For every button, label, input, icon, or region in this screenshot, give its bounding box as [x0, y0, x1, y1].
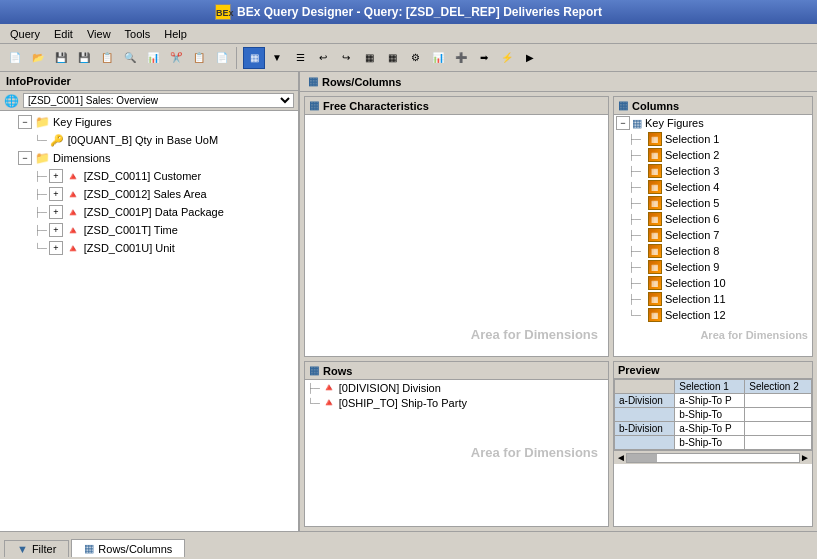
expand-unit[interactable]: +	[49, 241, 63, 255]
btn8[interactable]: ✂️	[165, 47, 187, 69]
rows-header: ▦ Rows	[305, 362, 608, 380]
tl3: ├─	[34, 189, 47, 199]
preview-header: Preview	[614, 362, 812, 379]
btn21[interactable]: ➡	[473, 47, 495, 69]
btn15[interactable]: ↪	[335, 47, 357, 69]
tree-dim-datapackage[interactable]: ├─ + 🔺 [ZSD_C001P] Data Package	[0, 203, 298, 221]
tl6: └─	[34, 243, 47, 253]
tree-dim-salesarea[interactable]: ├─ + 🔺 [ZSD_C0012] Sales Area	[0, 185, 298, 203]
sel-line-1: ├─	[628, 134, 648, 144]
tree-dim-unit[interactable]: └─ + 🔺 [ZSD_C001U] Unit	[0, 239, 298, 257]
btn14[interactable]: ↩	[312, 47, 334, 69]
btn6[interactable]: 🔍	[119, 47, 141, 69]
menu-query[interactable]: Query	[4, 27, 46, 41]
expand-datapackage[interactable]: +	[49, 205, 63, 219]
btn23[interactable]: ▶	[519, 47, 541, 69]
key-icon: 🔑	[49, 132, 65, 148]
btn19[interactable]: 📊	[427, 47, 449, 69]
free-char-label: Free Characteristics	[323, 100, 429, 112]
dim-icon-2: 🔺	[65, 186, 81, 202]
col-selection-10[interactable]: ├─ ▦ Selection 10	[614, 275, 812, 291]
expand-salesarea[interactable]: +	[49, 187, 63, 201]
col-selection-7[interactable]: ├─ ▦ Selection 7	[614, 227, 812, 243]
open-btn[interactable]: 📂	[27, 47, 49, 69]
sel-line-8: ├─	[628, 246, 648, 256]
new-btn[interactable]: 📄	[4, 47, 26, 69]
grid-icon-header: ▦	[308, 75, 318, 88]
scroll-left-btn[interactable]: ◄	[616, 452, 626, 463]
col-selection-11[interactable]: ├─ ▦ Selection 11	[614, 291, 812, 307]
tl2: ├─	[34, 171, 47, 181]
menu-help[interactable]: Help	[158, 27, 193, 41]
btn20[interactable]: ➕	[450, 47, 472, 69]
menu-view[interactable]: View	[81, 27, 117, 41]
btn18[interactable]: ⚙	[404, 47, 426, 69]
expand-customer[interactable]: +	[49, 169, 63, 183]
tree-dim-time[interactable]: ├─ + 🔺 [ZSD_C001T] Time	[0, 221, 298, 239]
row-division[interactable]: ├─ 🔺 [0DIVISION] Division	[305, 380, 608, 395]
preview-corner	[615, 380, 675, 394]
expand-col-kf[interactable]: −	[616, 116, 630, 130]
btn16[interactable]: ▦	[358, 47, 380, 69]
scroll-right-btn[interactable]: ►	[800, 452, 810, 463]
tree-dim-customer[interactable]: ├─ + 🔺 [ZSD_C0011] Customer	[0, 167, 298, 185]
tree-container: − 📁 Key Figures └─ 🔑 [0QUANT_B] Qty in B…	[0, 111, 298, 531]
preview-cell-div-4	[615, 436, 675, 450]
scroll-bar[interactable]	[626, 453, 800, 463]
sel-line-6: ├─	[628, 214, 648, 224]
col-selection-1[interactable]: ├─ ▦ Selection 1	[614, 131, 812, 147]
col-selection-3[interactable]: ├─ ▦ Selection 3	[614, 163, 812, 179]
expand-time[interactable]: +	[49, 223, 63, 237]
sel-icon-2: ▦	[648, 148, 662, 162]
provider-select[interactable]: [ZSD_C001] Sales: Overview	[23, 93, 294, 108]
save-btn[interactable]: 💾	[50, 47, 72, 69]
expand-dimensions[interactable]: −	[18, 151, 32, 165]
btn7[interactable]: 📊	[142, 47, 164, 69]
preview-cell-sel1-3	[745, 422, 812, 436]
row-ship-to[interactable]: └─ 🔺 [0SHIP_TO] Ship-To Party	[305, 395, 608, 410]
sel-icon-11: ▦	[648, 292, 662, 306]
tree-qty-item[interactable]: └─ 🔑 [0QUANT_B] Qty in Base UoM	[0, 131, 298, 149]
col-selection-4[interactable]: ├─ ▦ Selection 4	[614, 179, 812, 195]
row-dim-icon2: 🔺	[322, 396, 336, 409]
row-line2: └─	[307, 398, 320, 408]
btn10[interactable]: 📄	[211, 47, 233, 69]
btn17[interactable]: ▦	[381, 47, 403, 69]
btn13[interactable]: ☰	[289, 47, 311, 69]
filter-tab-icon: ▼	[17, 543, 28, 555]
tree-dimensions-parent[interactable]: − 📁 Dimensions	[0, 149, 298, 167]
sel-line-3: ├─	[628, 166, 648, 176]
expand-key-figures[interactable]: −	[18, 115, 32, 129]
scroll-thumb[interactable]	[627, 454, 657, 462]
sel-label-8: Selection 8	[665, 245, 719, 257]
col-selection-9[interactable]: ├─ ▦ Selection 9	[614, 259, 812, 275]
btn22[interactable]: ⚡	[496, 47, 518, 69]
dim-icon-4: 🔺	[65, 222, 81, 238]
col-selection-8[interactable]: ├─ ▦ Selection 8	[614, 243, 812, 259]
col-key-figures[interactable]: − ▦ Key Figures	[614, 115, 812, 131]
btn9[interactable]: 📋	[188, 47, 210, 69]
dim-customer-label: [ZSD_C0011] Customer	[84, 170, 201, 182]
menu-tools[interactable]: Tools	[119, 27, 157, 41]
btn5[interactable]: 📋	[96, 47, 118, 69]
menu-edit[interactable]: Edit	[48, 27, 79, 41]
col-selection-6[interactable]: ├─ ▦ Selection 6	[614, 211, 812, 227]
tab-rows-columns[interactable]: ▦ Rows/Columns	[71, 539, 185, 557]
sel-label-2: Selection 2	[665, 149, 719, 161]
tl5: ├─	[34, 225, 47, 235]
col-selection-12[interactable]: └─ ▦ Selection 12	[614, 307, 812, 323]
col-selection-2[interactable]: ├─ ▦ Selection 2	[614, 147, 812, 163]
sel-icon-3: ▦	[648, 164, 662, 178]
provider-selector-row: 🌐 [ZSD_C001] Sales: Overview	[0, 91, 298, 111]
tree-key-figures-parent[interactable]: − 📁 Key Figures	[0, 113, 298, 131]
tab-filter[interactable]: ▼ Filter	[4, 540, 69, 557]
btn12[interactable]: ▼	[266, 47, 288, 69]
preview-hscroll[interactable]: ◄ ►	[614, 450, 812, 464]
btn11[interactable]: ▦	[243, 47, 265, 69]
key-figures-label: Key Figures	[53, 116, 112, 128]
save2-btn[interactable]: 💾	[73, 47, 95, 69]
sel-icon-9: ▦	[648, 260, 662, 274]
sel-icon-7: ▦	[648, 228, 662, 242]
dim-icon-3: 🔺	[65, 204, 81, 220]
col-selection-5[interactable]: ├─ ▦ Selection 5	[614, 195, 812, 211]
